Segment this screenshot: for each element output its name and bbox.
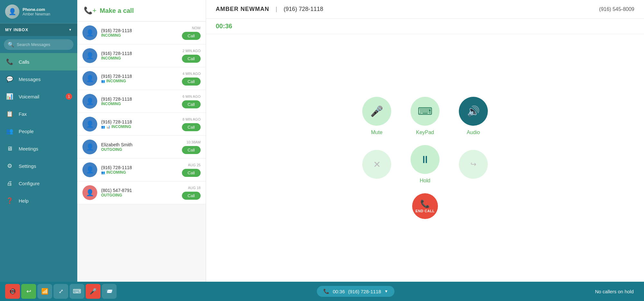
voicemail-bottom-icon: 📨: [106, 288, 113, 295]
call-name: (916) 728-1118: [101, 165, 178, 170]
call-direction: INCOMING: [101, 102, 178, 106]
active-call-timer: 00:36: [333, 289, 345, 294]
call-meta: AUG 18 Call: [182, 186, 201, 200]
call-timer: 00:36: [206, 19, 644, 34]
expand-button[interactable]: ⤢: [53, 284, 68, 299]
call-meta: NOW Call: [182, 26, 201, 40]
call-item[interactable]: 👤 (916) 728-1118 👥 INCOMING AUG 25 Call: [77, 159, 206, 181]
add-button[interactable]: ✕: [362, 150, 391, 179]
make-call-header: 📞+ Make a call: [77, 0, 206, 22]
active-call-number: (916) 728-1118: [348, 289, 381, 294]
messages-icon: 💬: [5, 75, 14, 84]
wifi-icon: 📶: [41, 288, 48, 295]
username: Amber Newman: [23, 12, 50, 16]
sidebar-item-label: Meetings: [19, 146, 38, 151]
people-icon: 👥: [5, 127, 14, 136]
fax-icon: 📋: [5, 109, 14, 118]
keypad-button[interactable]: ⌨ KeyPad: [411, 97, 440, 135]
call-button[interactable]: Call: [182, 32, 201, 40]
call-secondary-number: (916) 545-8009: [599, 6, 634, 12]
call-item[interactable]: 👤 (801) 547-8791 OUTGOING AUG 18 Call: [77, 181, 206, 204]
avatar: 👤: [5, 5, 19, 19]
voicemail-bottom-button[interactable]: 📨: [102, 284, 117, 299]
call-item[interactable]: 👤 (916) 728-1118 INCOMING 6 MIN AGO Call: [77, 90, 206, 113]
call-name: (916) 728-1118: [101, 119, 178, 124]
sidebar-item-label: Configure: [19, 181, 40, 186]
call-name: (916) 728-1118: [101, 28, 178, 33]
sidebar-item-settings[interactable]: ⚙ Settings: [0, 157, 77, 175]
call-time: NOW: [192, 26, 201, 30]
call-item[interactable]: 👤 (916) 728-1118 INCOMING NOW Call: [77, 22, 206, 44]
call-name: (801) 547-8791: [101, 188, 178, 193]
call-direction: 👥 INCOMING: [101, 170, 178, 175]
call-meta: AUG 25 Call: [182, 163, 201, 177]
call-avatar: 👤: [82, 140, 97, 154]
call-item[interactable]: 👤 (916) 728-1118 👥 INCOMING 4 MIN AGO Ca…: [77, 67, 206, 90]
sidebar-item-configure[interactable]: 🖨 Configure: [0, 175, 77, 192]
sidebar-item-calls[interactable]: 📞 Calls: [0, 53, 77, 70]
call-item[interactable]: 👤 Elizabeth Smith OUTGOING 10:38AM Call: [77, 136, 206, 159]
active-call-indicator[interactable]: 📞 00:36 (916) 728-1118 ▼: [317, 286, 394, 297]
sidebar-item-fax[interactable]: 📋 Fax: [0, 105, 77, 123]
audio-button[interactable]: 🔊 Audio: [459, 97, 488, 135]
search-input[interactable]: [17, 42, 70, 47]
call-controls: 🎤 Mute ⌨ KeyPad 🔊 Audio: [206, 34, 644, 282]
no-hold-label: No callers on hold: [595, 289, 639, 294]
mic-button[interactable]: 🎤: [86, 284, 100, 299]
brand-name: Phone.com: [23, 7, 50, 12]
inbox-selector[interactable]: MY INBOX ▼: [0, 23, 77, 36]
sidebar-item-label: Fax: [19, 111, 27, 117]
sidebar-item-people[interactable]: 👥 People: [0, 123, 77, 140]
add-circle: ✕: [362, 150, 391, 179]
sidebar-item-meetings[interactable]: 🖥 Meetings: [0, 140, 77, 157]
call-info: (916) 728-1118 INCOMING: [101, 28, 178, 38]
hangup-button[interactable]: 📵: [5, 284, 20, 299]
call-button[interactable]: Call: [182, 192, 201, 200]
call-number-header: (916) 728-1118: [284, 6, 323, 13]
call-info: (916) 728-1118 INCOMING: [101, 96, 178, 106]
hold-circle: ⏸: [411, 145, 440, 174]
call-button[interactable]: Call: [182, 169, 201, 177]
group-icon: 👥: [101, 79, 105, 83]
hold-label: Hold: [420, 178, 431, 184]
help-icon: ❓: [5, 196, 14, 205]
dialpad-button[interactable]: ⌨: [70, 284, 84, 299]
call-button[interactable]: Call: [182, 55, 201, 63]
call-button[interactable]: Call: [182, 123, 201, 131]
audio-label: Audio: [467, 130, 480, 135]
phone-icon: 📞: [323, 288, 329, 294]
call-item[interactable]: 👤 (916) 728-1118 INCOMING 2 MIN AGO Call: [77, 44, 206, 67]
call-item[interactable]: 👤 (916) 728-1118 👥📊 INCOMING 8 MIN AGO C…: [77, 113, 206, 136]
sidebar-item-help[interactable]: ❓ Help: [0, 192, 77, 209]
sidebar-item-voicemail[interactable]: 📊 Voicemail 1: [0, 88, 77, 105]
call-direction: 👥📊 INCOMING: [101, 124, 178, 129]
hold-button[interactable]: ⏸ Hold: [411, 145, 440, 184]
call-avatar: 👤: [82, 25, 97, 40]
wifi-button[interactable]: 📶: [37, 284, 52, 299]
end-call-circle: 📞 END CALL: [412, 193, 438, 219]
call-button[interactable]: Call: [182, 100, 201, 108]
call-button[interactable]: Call: [182, 78, 201, 86]
voicemail-icon: 📊: [5, 92, 14, 101]
call-direction: INCOMING: [101, 33, 178, 38]
call-avatar: 👤: [82, 117, 97, 132]
call-info: (916) 728-1118 👥 INCOMING: [101, 74, 178, 83]
call-info: (916) 728-1118 INCOMING: [101, 51, 178, 60]
configure-icon: 🖨: [5, 179, 14, 188]
sidebar-item-messages[interactable]: 💬 Messages: [0, 70, 77, 88]
call-time: 2 MIN AGO: [183, 49, 201, 53]
end-call-button[interactable]: 📞 END CALL: [412, 193, 438, 219]
keypad-circle: ⌨: [411, 97, 440, 126]
transfer-button[interactable]: ↪: [459, 150, 488, 179]
voicemail-icon: 📊: [106, 125, 110, 129]
call-button[interactable]: Call: [182, 146, 201, 154]
answer-button[interactable]: ↩: [21, 284, 36, 299]
search-box[interactable]: 🔍: [4, 39, 73, 50]
mute-button[interactable]: 🎤 Mute: [362, 97, 391, 135]
chevron-down-icon: ▼: [69, 28, 72, 32]
badge-voicemail: 1: [66, 93, 72, 100]
mic-icon: 🎤: [90, 288, 97, 295]
call-name: (916) 728-1118: [101, 96, 178, 102]
call-avatar: 👤: [82, 185, 97, 200]
call-info: (916) 728-1118 👥📊 INCOMING: [101, 119, 178, 129]
